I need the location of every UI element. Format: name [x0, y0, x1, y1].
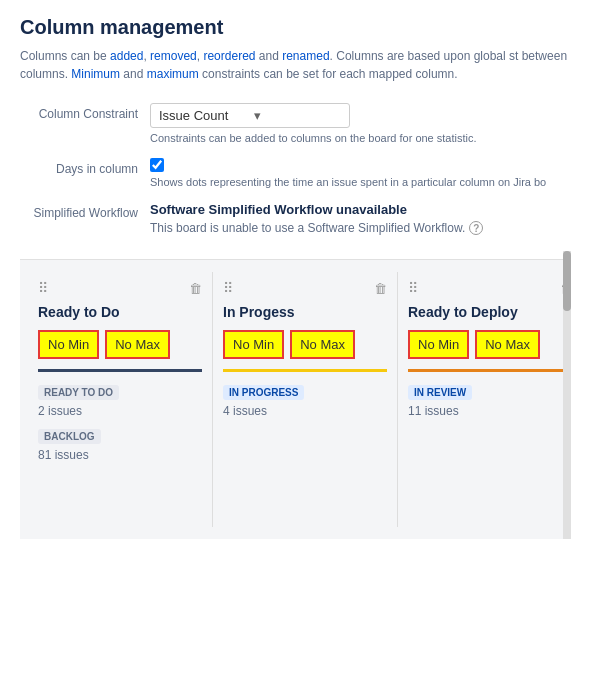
issue-count: 4 issues: [223, 404, 387, 418]
drag-handle-icon[interactable]: ⠿: [408, 280, 417, 296]
columns-container: ⠿🗑Ready to DoNo MinNo MaxREADY TO DO2 is…: [20, 259, 571, 539]
days-in-column-checkbox[interactable]: [150, 158, 164, 172]
description-text: Columns can be added, removed, reordered…: [20, 47, 571, 83]
issue-count: 11 issues: [408, 404, 571, 418]
column-title: Ready to Deploy: [408, 304, 571, 320]
column-card-in-progress: ⠿🗑In ProgessNo MinNo MaxIN PROGRESS4 iss…: [213, 272, 398, 527]
column-constraint-hint: Constraints can be added to columns on t…: [150, 132, 571, 144]
status-item: BACKLOG81 issues: [38, 428, 202, 462]
column-divider: [408, 369, 571, 372]
column-header-ready-to-deploy: ⠿🗑: [408, 280, 571, 296]
days-in-column-checkbox-wrapper: [150, 158, 571, 172]
status-badge: BACKLOG: [38, 429, 101, 444]
column-header-in-progress: ⠿🗑: [223, 280, 387, 296]
simplified-workflow-row: Simplified Workflow Software Simplified …: [20, 202, 571, 235]
scrollbar[interactable]: [563, 251, 571, 539]
page-container: Column management Columns can be added, …: [0, 0, 591, 555]
simplified-workflow-hint: This board is unable to use a Software S…: [150, 221, 571, 235]
delete-icon[interactable]: 🗑: [374, 281, 387, 296]
scrollbar-thumb[interactable]: [563, 251, 571, 311]
min-max-row: No MinNo Max: [223, 330, 387, 359]
column-header-ready-to-do: ⠿🗑: [38, 280, 202, 296]
column-divider: [223, 369, 387, 372]
min-input[interactable]: No Min: [223, 330, 284, 359]
days-in-column-hint: Shows dots representing the time an issu…: [150, 176, 571, 188]
simplified-workflow-control: Software Simplified Workflow unavailable…: [150, 202, 571, 235]
min-input[interactable]: No Min: [38, 330, 99, 359]
min-input[interactable]: No Min: [408, 330, 469, 359]
page-title: Column management: [20, 16, 571, 39]
status-item: READY TO DO2 issues: [38, 384, 202, 418]
column-title: In Progess: [223, 304, 387, 320]
days-in-column-row: Days in column Shows dots representing t…: [20, 158, 571, 188]
min-max-row: No MinNo Max: [408, 330, 571, 359]
delete-icon[interactable]: 🗑: [189, 281, 202, 296]
days-in-column-label: Days in column: [20, 158, 150, 176]
column-constraint-value: Issue Count: [159, 108, 246, 123]
form-section: Column Constraint Issue Count ▾ Constrai…: [20, 103, 571, 235]
column-constraint-row: Column Constraint Issue Count ▾ Constrai…: [20, 103, 571, 144]
status-item: IN REVIEW11 issues: [408, 384, 571, 418]
days-in-column-control: Shows dots representing the time an issu…: [150, 158, 571, 188]
column-constraint-control: Issue Count ▾ Constraints can be added t…: [150, 103, 571, 144]
chevron-down-icon: ▾: [254, 108, 341, 123]
max-input[interactable]: No Max: [290, 330, 355, 359]
column-card-ready-to-do: ⠿🗑Ready to DoNo MinNo MaxREADY TO DO2 is…: [28, 272, 213, 527]
column-card-ready-to-deploy: ⠿🗑Ready to DeployNo MinNo MaxIN REVIEW11…: [398, 272, 571, 527]
issue-count: 81 issues: [38, 448, 202, 462]
status-item: IN PROGRESS4 issues: [223, 384, 387, 418]
max-input[interactable]: No Max: [475, 330, 540, 359]
column-title: Ready to Do: [38, 304, 202, 320]
column-divider: [38, 369, 202, 372]
max-input[interactable]: No Max: [105, 330, 170, 359]
issue-count: 2 issues: [38, 404, 202, 418]
column-constraint-select[interactable]: Issue Count ▾: [150, 103, 350, 128]
status-badge: IN PROGRESS: [223, 385, 304, 400]
status-badge: IN REVIEW: [408, 385, 472, 400]
drag-handle-icon[interactable]: ⠿: [223, 280, 232, 296]
simplified-workflow-value: Software Simplified Workflow unavailable: [150, 202, 571, 217]
min-max-row: No MinNo Max: [38, 330, 202, 359]
simplified-workflow-label: Simplified Workflow: [20, 202, 150, 220]
help-icon[interactable]: ?: [469, 221, 483, 235]
columns-board-wrapper: ⠿🗑Ready to DoNo MinNo MaxREADY TO DO2 is…: [20, 251, 571, 539]
status-badge: READY TO DO: [38, 385, 119, 400]
drag-handle-icon[interactable]: ⠿: [38, 280, 47, 296]
column-constraint-label: Column Constraint: [20, 103, 150, 121]
